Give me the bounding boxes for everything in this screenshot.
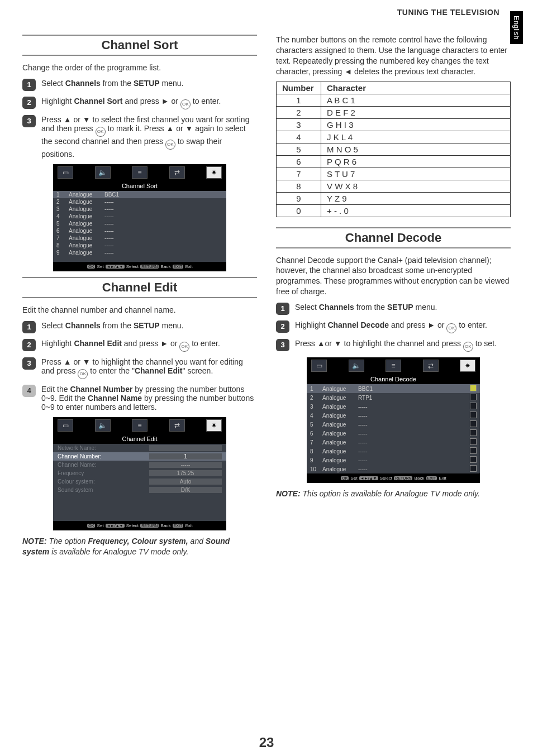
- checkbox-icon: [470, 385, 477, 391]
- osd-footer: OK Set ◄►/▲▼ Select RETURN Back EXIT Exi…: [53, 262, 226, 271]
- heading-channel-decode: Channel Decode: [276, 227, 511, 248]
- sliders-icon: ⇄: [423, 360, 439, 372]
- step-badge: 3: [22, 115, 36, 127]
- th-number: Number: [277, 82, 321, 94]
- tv-icon: ▭: [58, 419, 73, 432]
- speaker-icon: 🔈: [95, 166, 111, 179]
- ok-icon: OK: [78, 369, 88, 379]
- ok-icon: OK: [463, 342, 473, 352]
- table-row: 8V W X 8: [277, 180, 511, 192]
- table-row: 4J K L 4: [277, 131, 511, 143]
- osd-row: 3Analogue-----: [53, 205, 226, 213]
- left-column: Channel Sort Change the order of the pro…: [22, 31, 257, 561]
- decode-step-2: 2 Highlight Channel Decode and press ► o…: [276, 320, 511, 333]
- osd-channel-sort: ▭ 🔈 ≡ ⇄ ✷ Channel Sort 1AnalogueBBC1 2An…: [53, 164, 226, 271]
- osd-row: 9Analogue-----: [307, 456, 480, 465]
- osd-row: 1AnalogueBBC1: [307, 384, 480, 393]
- osd-tab-bar: ▭ 🔈 ≡ ⇄ ✷: [53, 164, 226, 181]
- ok-icon: OK: [96, 127, 106, 137]
- osd-row: 5Analogue-----: [53, 220, 226, 227]
- osd-row: 2AnalogueRTP1: [307, 393, 480, 402]
- step-badge: 2: [22, 339, 36, 351]
- table-row: 3G H I 3: [277, 118, 511, 131]
- osd-title: Channel Sort: [53, 181, 226, 191]
- sliders-icon: ⇄: [169, 166, 185, 179]
- step-text: Select Channels from the SETUP menu.: [41, 321, 257, 330]
- step-badge: 2: [276, 320, 289, 333]
- checkbox-icon: [470, 429, 477, 436]
- heading-channel-edit: Channel Edit: [22, 277, 257, 298]
- osd-row: 2Analogue-----: [53, 198, 226, 205]
- step-badge: 3: [22, 357, 36, 370]
- osd-row: 1AnalogueBBC1: [53, 191, 226, 198]
- checkbox-icon: [470, 403, 477, 409]
- step-text: Press ▲ or ▼ to highlight the channel yo…: [41, 357, 257, 379]
- step-text: Press ▲ or ▼ to select the first channel…: [41, 115, 257, 159]
- table-row: 5M N O 5: [277, 143, 511, 155]
- edit-step-3: 3 Press ▲ or ▼ to highlight the channel …: [22, 357, 257, 379]
- osd-row: 6Analogue-----: [307, 429, 480, 438]
- osd-title: Channel Decode: [307, 374, 480, 384]
- osd-row: 8Analogue-----: [53, 242, 226, 249]
- osd-field-channel-name: Channel Name:-----: [53, 461, 226, 469]
- table-row: 6P Q R 6: [277, 155, 511, 168]
- decode-step-3: 3 Press ▲or ▼ to highlight the channel a…: [276, 339, 511, 352]
- osd-row: 7Analogue-----: [307, 438, 480, 447]
- speaker-icon: 🔈: [95, 419, 111, 432]
- osd-title: Channel Edit: [53, 434, 226, 444]
- checkbox-icon: [470, 394, 477, 400]
- step-badge: 1: [22, 321, 36, 333]
- page-number: 23: [0, 735, 533, 750]
- osd-row: 6Analogue-----: [53, 227, 226, 235]
- gear-icon: ✷: [460, 360, 475, 372]
- gear-icon: ✷: [206, 166, 222, 179]
- step-badge: 3: [276, 339, 289, 351]
- checkbox-icon: [470, 438, 477, 445]
- tv-icon: ▭: [58, 166, 73, 179]
- language-tab: English: [510, 11, 523, 44]
- decode-note: NOTE: This option is available for Analo…: [276, 489, 511, 499]
- decode-intro: Channel Decode support the Canal+ (paid …: [276, 255, 511, 298]
- osd-row: 7Analogue-----: [53, 235, 226, 242]
- step-text: Select Channels from the SETUP menu.: [41, 79, 257, 88]
- sliders-icon: ⇄: [169, 419, 185, 432]
- checkbox-icon: [470, 465, 477, 472]
- edit-note: NOTE: The option Frequency, Colour syste…: [22, 536, 257, 557]
- osd-field-colour-system: Colour system:Auto: [53, 477, 226, 486]
- step-text: Highlight Channel Decode and press ► or …: [295, 320, 511, 333]
- th-character: Character: [321, 82, 511, 94]
- ok-icon: OK: [180, 99, 191, 109]
- table-row: 9Y Z 9: [277, 192, 511, 204]
- osd-footer: OK Set ◄►/▲▼ Select RETURN Back EXIT Exi…: [307, 473, 480, 483]
- heading-channel-sort: Channel Sort: [22, 35, 257, 56]
- osd-row: 8Analogue-----: [307, 447, 480, 456]
- osd-row: 5Analogue-----: [307, 420, 480, 429]
- list-icon: ≡: [132, 166, 147, 179]
- list-icon: ≡: [386, 360, 401, 372]
- step-text: Press ▲or ▼ to highlight the channel and…: [295, 339, 511, 352]
- step-text: Highlight Channel Edit and press ► or OK…: [41, 339, 257, 352]
- char-intro: The number buttons on the remote control…: [276, 35, 511, 77]
- sort-step-3: 3 Press ▲ or ▼ to select the first chann…: [22, 115, 257, 159]
- right-column: The number buttons on the remote control…: [276, 31, 511, 561]
- speaker-icon: 🔈: [349, 360, 364, 372]
- step-badge: 1: [276, 303, 289, 315]
- checkbox-icon: [470, 456, 477, 463]
- table-row: 0+ - . 0: [277, 204, 511, 217]
- osd-field-sound-system: Sound systemD/K: [53, 486, 226, 494]
- list-icon: ≡: [132, 419, 147, 432]
- osd-tab-bar: ▭ 🔈 ≡ ⇄ ✷: [307, 357, 480, 374]
- osd-row: 3Analogue-----: [307, 402, 480, 411]
- table-row: 1A B C 1: [277, 94, 511, 106]
- checkbox-icon: [470, 412, 477, 418]
- tv-icon: ▭: [311, 360, 327, 372]
- table-row: 7S T U 7: [277, 168, 511, 180]
- decode-step-1: 1 Select Channels from the SETUP menu.: [276, 303, 511, 315]
- osd-field-channel-number: Channel Number:1: [53, 452, 226, 461]
- osd-row: 4Analogue-----: [307, 411, 480, 420]
- page-header: TUNING THE TELEVISION: [397, 8, 499, 17]
- osd-tab-bar: ▭ 🔈 ≡ ⇄ ✷: [53, 417, 226, 434]
- edit-intro: Edit the channel number and channel name…: [22, 305, 257, 315]
- ok-icon: OK: [446, 323, 456, 333]
- gear-icon: ✷: [206, 419, 222, 432]
